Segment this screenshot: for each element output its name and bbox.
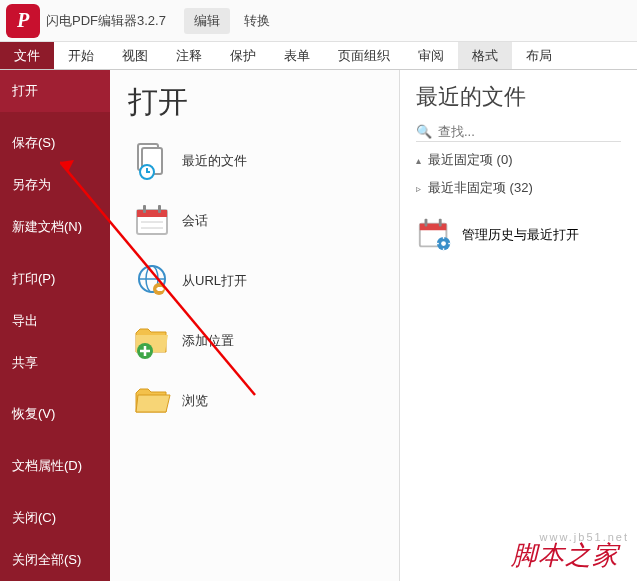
recent-panel: 最近的文件 🔍 ▴最近固定项 (0) ▹最近非固定项 (32) 管理历史与最近打…	[400, 70, 637, 581]
recent-heading: 最近的文件	[416, 82, 621, 112]
open-fromurl[interactable]: 从URL打开	[110, 251, 399, 311]
ribbon: 文件 开始 视图 注释 保护 表单 页面组织 审阅 格式 布局	[0, 42, 637, 70]
sidebar-save[interactable]: 保存(S)	[0, 122, 110, 164]
chevron-down-icon: ▴	[416, 155, 426, 166]
ribbon-start[interactable]: 开始	[54, 42, 108, 69]
open-panel: 打开 最近的文件 会话 从URL打开 添加位置 浏览	[110, 70, 400, 581]
ribbon-form[interactable]: 表单	[270, 42, 324, 69]
open-addlocation[interactable]: 添加位置	[110, 311, 399, 371]
tab-edit[interactable]: 编辑	[184, 8, 230, 34]
open-recent-label: 最近的文件	[182, 152, 247, 170]
open-fromurl-label: 从URL打开	[182, 272, 247, 290]
svg-rect-15	[420, 224, 447, 231]
open-session[interactable]: 会话	[110, 191, 399, 251]
sidebar-open[interactable]: 打开	[0, 70, 110, 112]
sidebar-recover[interactable]: 恢复(V)	[0, 393, 110, 435]
ribbon-pageorg[interactable]: 页面组织	[324, 42, 404, 69]
open-browse[interactable]: 浏览	[110, 371, 399, 431]
open-addlocation-label: 添加位置	[182, 332, 234, 350]
calendar-gear-icon	[416, 216, 454, 254]
ribbon-annotate[interactable]: 注释	[162, 42, 216, 69]
sidebar-closeall[interactable]: 关闭全部(S)	[0, 539, 110, 581]
svg-point-19	[441, 241, 446, 246]
open-browse-label: 浏览	[182, 392, 208, 410]
folder-open-icon	[132, 381, 172, 421]
sidebar-print[interactable]: 打印(P)	[0, 258, 110, 300]
globe-link-icon	[132, 261, 172, 301]
watermark-text: 脚本之家	[511, 538, 619, 573]
sidebar-docprops[interactable]: 文档属性(D)	[0, 445, 110, 487]
ribbon-review[interactable]: 审阅	[404, 42, 458, 69]
sidebar-export[interactable]: 导出	[0, 300, 110, 342]
search-input[interactable]	[438, 124, 621, 139]
calendar-icon	[132, 201, 172, 241]
app-title: 闪电PDF编辑器3.2.7	[46, 12, 166, 30]
svg-rect-6	[158, 205, 161, 213]
manage-history-label: 管理历史与最近打开	[462, 226, 579, 244]
svg-rect-4	[137, 210, 167, 217]
svg-rect-17	[439, 219, 442, 227]
tree-unpinned[interactable]: ▹最近非固定项 (32)	[416, 174, 621, 202]
ribbon-layout[interactable]: 布局	[512, 42, 566, 69]
chevron-right-icon: ▹	[416, 183, 426, 194]
svg-rect-5	[143, 205, 146, 213]
open-session-label: 会话	[182, 212, 208, 230]
titlebar: P 闪电PDF编辑器3.2.7 编辑 转换	[0, 0, 637, 42]
open-recent[interactable]: 最近的文件	[110, 131, 399, 191]
tab-convert[interactable]: 转换	[234, 8, 280, 34]
sidebar-share[interactable]: 共享	[0, 342, 110, 384]
file-sidebar: 打开 保存(S) 另存为 新建文档(N) 打印(P) 导出 共享 恢复(V) 文…	[0, 70, 110, 581]
ribbon-file[interactable]: 文件	[0, 42, 54, 69]
sidebar-saveas[interactable]: 另存为	[0, 164, 110, 206]
documents-clock-icon	[132, 141, 172, 181]
ribbon-protect[interactable]: 保护	[216, 42, 270, 69]
sidebar-close[interactable]: 关闭(C)	[0, 497, 110, 539]
search-icon: 🔍	[416, 124, 432, 139]
ribbon-format[interactable]: 格式	[458, 42, 512, 69]
recent-search[interactable]: 🔍	[416, 122, 621, 142]
ribbon-view[interactable]: 视图	[108, 42, 162, 69]
folder-plus-icon	[132, 321, 172, 361]
sidebar-new[interactable]: 新建文档(N)	[0, 206, 110, 248]
manage-history[interactable]: 管理历史与最近打开	[416, 216, 621, 254]
svg-rect-16	[425, 219, 428, 227]
tree-pinned[interactable]: ▴最近固定项 (0)	[416, 146, 621, 174]
open-heading: 打开	[110, 70, 399, 131]
app-logo-icon: P	[6, 4, 40, 38]
